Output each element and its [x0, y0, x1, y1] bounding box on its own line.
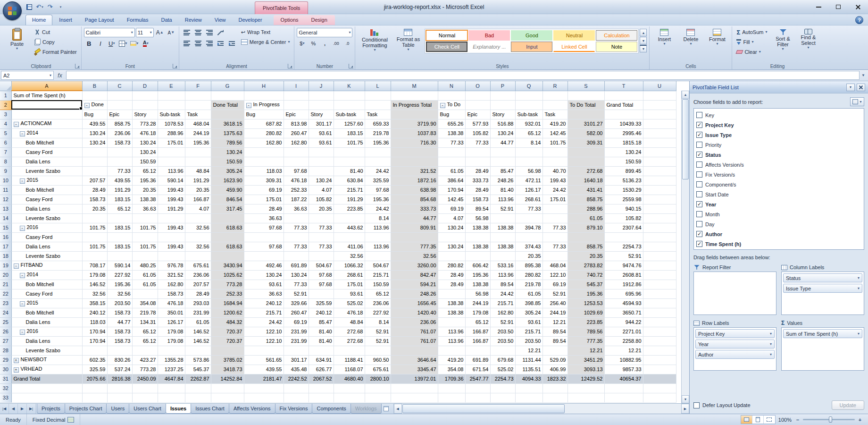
cell-O11[interactable]: 28.49	[465, 185, 490, 195]
cell-O22[interactable]: 56.98	[465, 289, 490, 298]
cell-B27[interactable]: 170.94	[82, 336, 107, 346]
cell-S4[interactable]: 3101.27	[568, 119, 604, 128]
cell-Q14[interactable]	[515, 213, 542, 223]
cell-O28[interactable]	[465, 346, 490, 355]
cell-M19[interactable]: 3260.00	[391, 261, 438, 270]
cell-E16[interactable]	[158, 232, 185, 242]
cell-N13[interactable]: 69.19	[438, 204, 465, 213]
font-color-button[interactable]: A▾	[141, 39, 151, 48]
ribbon-tab-design[interactable]: Design	[305, 15, 334, 25]
cell-E22[interactable]: 158.73	[158, 289, 185, 298]
expand-button[interactable]: -	[246, 103, 251, 108]
cell-U15[interactable]	[643, 223, 676, 232]
cell-S27[interactable]: 777.35	[568, 336, 604, 346]
cell-L3[interactable]: Task	[365, 110, 391, 119]
cell-J5[interactable]: 93.61	[309, 128, 334, 138]
conditional-formatting-button[interactable]: Conditional Formatting ▾	[358, 27, 392, 62]
cell-E27[interactable]: 179.08	[158, 336, 185, 346]
column-header-A[interactable]: A	[11, 81, 82, 91]
cell-H26[interactable]: 122.10	[244, 327, 284, 336]
row-labels-box[interactable]: Project Key▾Year▾Author▾	[693, 327, 776, 371]
cell-N12[interactable]: 142.45	[438, 195, 465, 204]
cell-D32[interactable]	[132, 383, 158, 393]
copy-button[interactable]: Copy	[33, 37, 79, 47]
cell-M3[interactable]	[391, 110, 438, 119]
cell-U16[interactable]	[643, 232, 676, 242]
cell-I4[interactable]: 813.98	[284, 119, 309, 128]
cell-J7[interactable]	[309, 147, 334, 157]
column-header-K[interactable]: K	[334, 81, 365, 91]
cell-L12[interactable]: 195.36	[365, 195, 391, 204]
cell-O15[interactable]: 138.38	[465, 223, 490, 232]
cell-B11[interactable]: 28.49	[82, 185, 107, 195]
column-header-H[interactable]: H	[244, 81, 284, 91]
column-header-M[interactable]: M	[391, 81, 438, 91]
expand-button[interactable]: -	[20, 131, 25, 136]
cell-M27[interactable]: 761.07	[391, 336, 438, 346]
cell-Q12[interactable]: 268.61	[515, 195, 542, 204]
cell-E10[interactable]: 590.14	[158, 176, 185, 185]
expand-button[interactable]: -	[20, 178, 25, 184]
cell-K1[interactable]	[334, 91, 365, 100]
cell-N11[interactable]: 170.94	[438, 185, 465, 195]
cell-F5[interactable]: 244.19	[185, 128, 211, 138]
sheet-tab-affects-versions[interactable]: Affects Versions	[229, 404, 275, 414]
field-checkbox-issue-type[interactable]: ✓	[696, 132, 702, 138]
row-header-22[interactable]: 22	[0, 289, 11, 298]
cell-E13[interactable]: 191.29	[158, 204, 185, 213]
sheet-tab-projects-chart[interactable]: Projects Chart	[65, 404, 107, 414]
align-left-button[interactable]	[182, 39, 192, 48]
cell-C13[interactable]: 65.12	[107, 204, 132, 213]
cell-S16[interactable]	[568, 232, 604, 242]
cell-C8[interactable]	[107, 157, 132, 166]
cell-T16[interactable]	[604, 232, 643, 242]
orientation-button[interactable]	[216, 28, 226, 37]
update-button[interactable]: Update	[832, 400, 864, 410]
cell-U28[interactable]	[643, 346, 676, 355]
cell-style-input[interactable]: Input	[511, 42, 552, 52]
cell-R20[interactable]: 122.10	[542, 270, 568, 280]
cell-D20[interactable]: 61.05	[132, 270, 158, 280]
cell-L17[interactable]: 113.96	[365, 242, 391, 251]
cell-J28[interactable]	[309, 346, 334, 355]
bold-button[interactable]: B	[84, 39, 94, 48]
cell-L22[interactable]: 65.12	[365, 289, 391, 298]
cell-Q21[interactable]: 219.78	[515, 280, 542, 289]
cell-G24[interactable]: 1200.62	[211, 308, 244, 317]
cell-B16[interactable]	[82, 232, 107, 242]
cell-S31[interactable]: 12429.52	[568, 374, 604, 383]
cell-A13[interactable]: Dalia Lens	[11, 204, 82, 213]
cell-N3[interactable]: Bug	[438, 110, 465, 119]
cell-Q23[interactable]: 398.85	[515, 298, 542, 308]
cell-S17[interactable]: 858.75	[568, 242, 604, 251]
cell-K32[interactable]	[334, 383, 365, 393]
cell-J24[interactable]: 240.12	[309, 308, 334, 317]
cell-E32[interactable]	[158, 383, 185, 393]
field-chip-year[interactable]: Year▾	[695, 340, 775, 348]
scroll-up-button[interactable]: ▲	[682, 91, 689, 99]
cell-T18[interactable]: 52.91	[604, 251, 643, 261]
cell-D26[interactable]: 65.12	[132, 327, 158, 336]
cell-D21[interactable]: 61.05	[132, 280, 158, 289]
cell-P13[interactable]: 52.91	[490, 204, 515, 213]
cell-D25[interactable]: 134.31	[132, 317, 158, 327]
cell-P28[interactable]	[490, 346, 515, 355]
cell-I18[interactable]	[284, 251, 309, 261]
zoom-track[interactable]	[803, 419, 855, 420]
cell-S22[interactable]: 195.36	[568, 289, 604, 298]
cell-P21[interactable]: 89.54	[490, 280, 515, 289]
cell-I19[interactable]: 691.89	[284, 261, 309, 270]
align-right-button[interactable]	[204, 39, 215, 48]
cell-L11[interactable]: 97.68	[365, 185, 391, 195]
cell-C30[interactable]: 537.24	[107, 365, 132, 374]
cell-B15[interactable]: 101.75	[82, 223, 107, 232]
cell-P4[interactable]: 516.88	[490, 119, 515, 128]
cell-U12[interactable]	[643, 195, 676, 204]
ribbon-tab-options[interactable]: Options	[275, 15, 305, 25]
cell-F3[interactable]: Task	[185, 110, 211, 119]
cell-T6[interactable]: 1815.18	[604, 138, 643, 147]
cell-T8[interactable]: 150.59	[604, 157, 643, 166]
cell-K31[interactable]: 4680.40	[334, 374, 365, 383]
sheet-tab-issues[interactable]: Issues	[166, 404, 191, 414]
cell-R11[interactable]: 24.42	[542, 185, 568, 195]
